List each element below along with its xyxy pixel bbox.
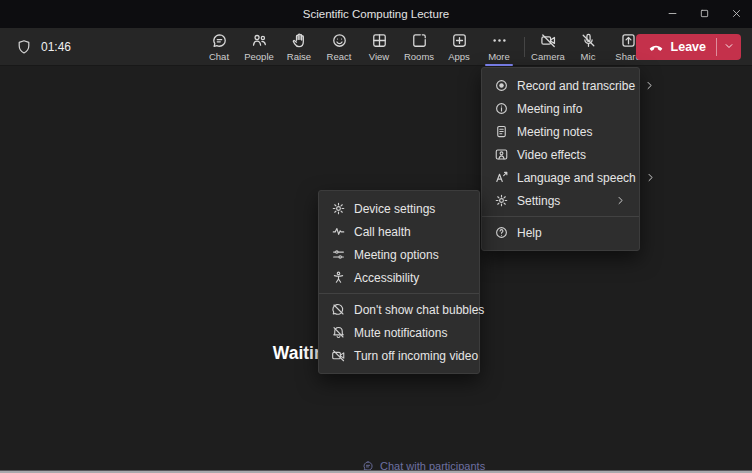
chat-icon	[211, 32, 228, 49]
menu-item-meeting-options[interactable]: Meeting options	[319, 243, 479, 266]
menu-item-label: Device settings	[354, 202, 435, 216]
menu-item-label: Help	[517, 226, 542, 240]
more-dots-icon	[491, 32, 508, 49]
menu-item-label: Meeting options	[354, 248, 439, 262]
sliders-icon	[331, 247, 346, 262]
accessibility-icon	[331, 270, 346, 285]
menu-item-record-and-transcribe[interactable]: Record and transcribe	[482, 74, 639, 97]
menu-item-label: Meeting info	[517, 102, 582, 116]
gear-icon	[494, 193, 509, 208]
menu-item-label: Don't show chat bubbles	[354, 303, 484, 317]
toolbar-button-apps[interactable]: Apps	[439, 28, 479, 66]
menu-item-label: Mute notifications	[354, 326, 447, 340]
toolbar-button-label: Raise	[287, 51, 311, 62]
menu-item-label: Meeting notes	[517, 125, 592, 139]
toolbar-button-label: Apps	[448, 51, 470, 62]
pulse-icon	[331, 224, 346, 239]
camera-off-icon	[540, 32, 557, 49]
leave-split-button: Leave	[636, 34, 741, 60]
leave-options-button[interactable]	[717, 34, 741, 60]
maximize-button[interactable]	[688, 0, 720, 28]
title-bar: Scientific Computing Lecture	[0, 0, 752, 28]
toolbar-button-rooms[interactable]: Rooms	[399, 28, 439, 66]
toolbar-button-raise[interactable]: Raise	[279, 28, 319, 66]
minimize-button[interactable]	[656, 0, 688, 28]
menu-item-video-effects[interactable]: Video effects	[482, 143, 639, 166]
menu-item-call-health[interactable]: Call health	[319, 220, 479, 243]
chat-off-icon	[331, 302, 346, 317]
toolbar-left: 01:46	[16, 28, 71, 66]
view-grid-icon	[371, 32, 388, 49]
toolbar-button-label: Rooms	[404, 51, 434, 62]
people-icon	[251, 32, 268, 49]
mic-off-icon	[580, 32, 597, 49]
chevron-right-icon	[643, 79, 656, 92]
apps-plus-icon	[451, 32, 468, 49]
maximize-icon	[699, 5, 710, 23]
phone-down-icon	[648, 39, 664, 55]
menu-item-meeting-info[interactable]: Meeting info	[482, 97, 639, 120]
meeting-timer: 01:46	[41, 40, 71, 54]
raise-hand-icon	[291, 32, 308, 49]
menu-item-dont-show-chat-bubbles[interactable]: Don't show chat bubbles	[319, 298, 479, 321]
toolbar-button-label: Camera	[531, 51, 565, 62]
more-menu: Record and transcribeMeeting infoMeeting…	[481, 67, 640, 251]
info-icon	[494, 101, 509, 116]
toolbar-button-camera[interactable]: Camera	[528, 28, 568, 66]
menu-item-help[interactable]: Help	[482, 221, 639, 244]
menu-item-label: Video effects	[517, 148, 586, 162]
menu-item-label: Settings	[517, 194, 560, 208]
toolbar-button-mic[interactable]: Mic	[568, 28, 608, 66]
video-off-icon	[331, 348, 346, 363]
leave-button[interactable]: Leave	[636, 34, 716, 60]
gear-icon	[331, 201, 346, 216]
notes-icon	[494, 124, 509, 139]
video-effects-icon	[494, 147, 509, 162]
menu-divider	[319, 293, 479, 294]
window-controls	[656, 0, 752, 28]
record-icon	[494, 78, 509, 93]
toolbar-button-label: View	[369, 51, 389, 62]
toolbar-button-label: More	[488, 51, 510, 62]
menu-item-settings[interactable]: Settings	[482, 189, 639, 212]
menu-item-language-and-speech[interactable]: Language and speech	[482, 166, 639, 189]
toolbar-button-label: People	[244, 51, 274, 62]
chat-icon	[362, 460, 374, 470]
react-smiley-icon	[331, 32, 348, 49]
window-title: Scientific Computing Lecture	[0, 8, 752, 20]
toolbar-button-more[interactable]: More	[479, 28, 519, 66]
menu-item-device-settings[interactable]: Device settings	[319, 197, 479, 220]
toolbar-button-people[interactable]: People	[239, 28, 279, 66]
toolbar-center-buttons: ChatPeopleRaiseReactViewRoomsAppsMore	[199, 28, 519, 66]
chevron-right-icon	[644, 171, 657, 184]
chat-with-participants-link[interactable]: Chat with participants	[362, 460, 485, 470]
toolbar-device-buttons: CameraMicShare	[528, 28, 648, 66]
menu-item-turn-off-incoming-video[interactable]: Turn off incoming video	[319, 344, 479, 367]
menu-divider	[482, 216, 639, 217]
menu-item-label: Accessibility	[354, 271, 419, 285]
shield-icon	[16, 39, 32, 55]
toolbar-button-chat[interactable]: Chat	[199, 28, 239, 66]
active-tab-underline	[485, 64, 513, 67]
menu-item-meeting-notes[interactable]: Meeting notes	[482, 120, 639, 143]
help-icon	[494, 225, 509, 240]
chat-with-participants-label: Chat with participants	[380, 460, 485, 470]
rooms-icon	[411, 32, 428, 49]
share-icon	[620, 32, 637, 49]
menu-item-label: Record and transcribe	[517, 79, 635, 93]
toolbar-button-label: Mic	[581, 51, 596, 62]
chevron-down-icon	[723, 40, 735, 55]
close-button[interactable]	[720, 0, 752, 28]
toolbar-button-label: React	[327, 51, 352, 62]
menu-item-label: Turn off incoming video	[354, 349, 478, 363]
language-icon	[494, 170, 509, 185]
menu-item-mute-notifications[interactable]: Mute notifications	[319, 321, 479, 344]
bell-off-icon	[331, 325, 346, 340]
toolbar-button-label: Chat	[209, 51, 229, 62]
chevron-right-icon	[614, 194, 627, 207]
toolbar-separator	[524, 37, 525, 57]
toolbar-button-react[interactable]: React	[319, 28, 359, 66]
meeting-toolbar: 01:46 ChatPeopleRaiseReactViewRoomsAppsM…	[0, 28, 752, 66]
toolbar-button-view[interactable]: View	[359, 28, 399, 66]
menu-item-accessibility[interactable]: Accessibility	[319, 266, 479, 289]
